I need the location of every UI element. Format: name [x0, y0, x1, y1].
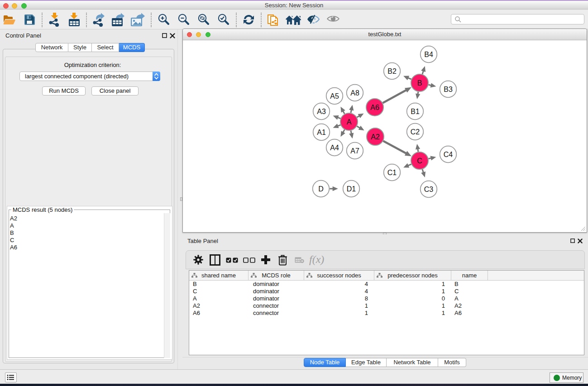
svg-text:A8: A8	[350, 89, 359, 97]
svg-text:B3: B3	[444, 86, 453, 93]
svg-text:A1: A1	[317, 129, 326, 136]
svg-text:A2: A2	[371, 133, 380, 141]
svg-text:A4: A4	[330, 144, 339, 152]
svg-text:C4: C4	[444, 151, 453, 158]
svg-text:A6: A6	[370, 104, 379, 111]
svg-text:D1: D1	[347, 185, 356, 193]
svg-text:B1: B1	[411, 108, 420, 115]
svg-text:A: A	[347, 118, 352, 126]
svg-text:A3: A3	[317, 108, 326, 115]
svg-text:A5: A5	[330, 92, 339, 100]
svg-text:A7: A7	[350, 147, 359, 155]
svg-text:C: C	[417, 157, 422, 165]
svg-text:C1: C1	[387, 169, 397, 176]
svg-text:B: B	[417, 79, 422, 87]
svg-text:C2: C2	[411, 128, 420, 136]
svg-text:B4: B4	[424, 51, 433, 58]
svg-text:D: D	[318, 185, 324, 193]
svg-text:C3: C3	[424, 186, 434, 193]
svg-text:B2: B2	[387, 67, 397, 75]
